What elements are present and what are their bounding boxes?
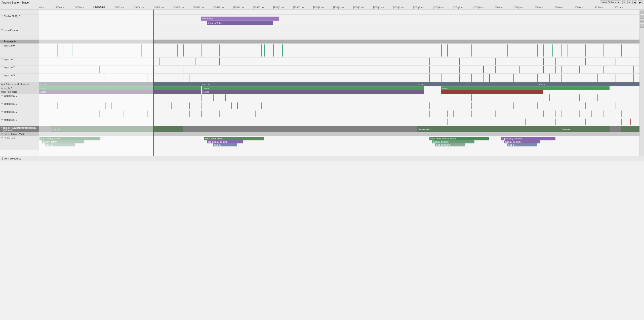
label-spacer [0,5,39,9]
irqs-cpu1-label: ▼ irqs cpu 1 [0,58,39,65]
process0-label[interactable]: ▼ Process 0 [0,40,39,43]
rows-container[interactable]: – ▼ Binder:6832_5 binder reply dequeueBu… [0,10,639,156]
ui-mdp-overlay-1[interactable]: mdp_overlay_kickoff [39,137,100,140]
ui-display-commit-3[interactable]: display_commit [504,140,540,143]
irqs-cpu2-e7 [171,66,171,73]
tick-mark [179,8,179,9]
mdss-fb0-block-1[interactable]: 118600 [39,86,201,90]
ui-wait-p-2[interactable]: wait_p... [213,143,237,146]
ui-mdp-overlay-2-label: mdss_mdp_overlay kickoff [430,137,457,140]
zoom-in-button[interactable]: + [640,15,644,19]
irqs-cpu3-content[interactable] [39,74,639,82]
irqs-cpu0-event-9 [261,44,262,57]
ui-display-commit-1[interactable]: display_commit [42,140,84,143]
ui-mdp-overlay-3[interactable]: snp display_commit [501,137,555,140]
softirq-cpu2-content[interactable] [39,110,639,118]
irqs-cpu0-r-event-1 [441,44,442,57]
tick-mark [618,8,618,9]
nav-forward-button[interactable]: ▶ [638,1,642,4]
ui-thread-content[interactable]: mdp_overlay_kickoff display_commit wait_… [39,136,639,150]
mdss-fb0-content[interactable]: 118600 118601 118602 [39,86,639,90]
binder-row-content[interactable]: binder reply dequeueBuffer [39,15,639,28]
irqs-cpu2-expand-icon[interactable]: ▼ [1,66,3,68]
mdss-fb0-retire-content[interactable]: 118597 118598 [39,90,639,94]
irqs-cpu1-e3 [99,58,99,65]
mdss-fb0-block-2[interactable]: 118601 [202,86,424,90]
nav-back-button[interactable]: ◀ [632,1,637,4]
com-pref-content[interactable]: Choreogr... Choreographe... Choreogr... [39,126,639,132]
process0-section[interactable]: ▼ Process 0 [0,40,639,44]
choreographer-block-4[interactable] [621,126,639,132]
choreographer-block-1-label: Choreogr... [52,128,62,130]
timeline-ticks[interactable]: |15554 ms|15556 ms|15558 ms|15560 ms|155… [39,5,644,9]
irqs-cpu3-e2 [105,74,105,82]
kgsl-block-1[interactable]: 463332 [39,82,201,86]
mdss-retire-block-1[interactable]: 118597 [39,90,201,94]
process0-expand-icon[interactable]: ▼ [1,40,3,42]
softirq-cpu3-expand-icon[interactable]: ▼ [1,119,3,121]
ui-wait-p-3-label: wait_pingpong [436,144,450,146]
ui-mdss-mdp-overlay-1[interactable]: mdss_mdp_ovena... [204,137,264,140]
softirq-cpu3-content[interactable] [39,118,639,126]
mdss-retire-block-3[interactable] [441,90,543,94]
irqs-cpu3-expand-icon[interactable]: ▼ [1,74,3,76]
app-title: Android System Trace [2,1,29,4]
irqs-cpu0-event-8 [219,44,220,57]
softirq-cpu2-expand-icon[interactable]: ▼ [1,111,3,113]
zoom-out-button[interactable]: − [640,20,644,23]
com-pref-section[interactable]: ▸ com.prefabulated.touchlatency (pid 956… [0,126,639,132]
softirq-cpu3-e1 [171,119,171,125]
kgsl-block-2[interactable]: 463338 [202,82,340,86]
binder-reply-block[interactable]: binder reply [201,17,279,21]
dash-row: – [0,10,639,15]
choreographer-block-1[interactable]: Choreogr... [51,126,183,132]
ui-wait-p-1[interactable]: wait_p... [45,143,75,146]
softirq-cpu0-expand-icon[interactable]: ▼ [1,94,3,97]
softirq-cpu1-expand-icon[interactable]: ▼ [1,102,3,105]
com-pref-label[interactable]: ▸ com.prefabulated.touchlatency (pid 956… [0,126,39,132]
irqs-cpu2-r6 [543,66,544,73]
event-control-expand-icon[interactable]: ▼ [1,29,3,31]
softirq-cpu2-e9 [255,111,256,117]
softirq-cpu0-content[interactable] [39,94,639,102]
irqs-cpu2-row: ▼ irqs cpu 2 [0,66,639,74]
kgsl-content[interactable]: 463332 463338 463340 463344 [39,82,639,86]
ui-wait-p-3[interactable]: wait_pingpong [435,143,465,146]
irqs-cpu1-r2 [459,58,460,65]
ui-ssb-display-commit[interactable]: ssb display_commit [207,140,243,143]
cursor-tool-button[interactable]: ↖ [640,11,644,14]
event-control-row-content[interactable] [39,28,639,39]
choreographer-block-2[interactable]: Choreographe... [417,126,561,132]
mdss-retire-block-2[interactable]: 118598 [202,90,424,94]
irqs-cpu0-r-event-2 [447,44,448,57]
com-pref-expand-icon[interactable]: ▸ [1,127,2,129]
dash-row-content[interactable] [39,10,639,14]
irqs-cpu3-e8 [171,74,171,82]
ui-thread-expand-icon[interactable]: ▼ [1,137,3,139]
ui-wait-p-4[interactable]: wait_p... [507,143,537,146]
mdss-fb0-pid-content[interactable] [39,132,639,136]
kgsl-block-3[interactable]: 463340 [417,82,537,86]
mdss-retire-block-1-label: 118597 [39,91,46,93]
kgsl-block-4[interactable]: 463344 [537,82,597,86]
irqs-cpu2-content[interactable] [39,66,639,73]
irqs-cpu1-content[interactable] [39,58,639,65]
ui-mdp-overlay-2[interactable]: mdss_mdp_overlay kickoff [429,137,490,140]
binder-expand-icon[interactable]: ▼ [1,15,3,17]
softirq-cpu3-r2 [525,119,526,125]
nav-plus-button[interactable]: + [627,1,631,4]
dequeue-buffer-block[interactable]: dequeueBuffer [207,21,273,25]
irqs-cpu1-expand-icon[interactable]: ▼ [1,58,3,60]
view-options-button[interactable]: View Options ▼ [600,1,621,4]
irqs-cpu0-expand-icon[interactable]: ▼ [1,44,3,46]
softirq-cpu1-content[interactable] [39,102,639,110]
nav-minus-button[interactable]: - [622,1,626,4]
mdss-fb0-block-3[interactable]: 118602 [441,86,609,90]
choreographer-block-3[interactable]: Choreogr... [561,126,610,132]
fit-button[interactable]: ↔ [640,24,644,28]
softirq-cpu1-e1 [57,102,58,109]
irqs-cpu0-content[interactable] [39,44,639,57]
irqs-cpu3-row: ▼ irqs cpu 3 [0,74,639,82]
ui-display-commit-2[interactable]: display_commit [432,140,474,143]
softirq-cpu0-r3 [579,94,580,101]
